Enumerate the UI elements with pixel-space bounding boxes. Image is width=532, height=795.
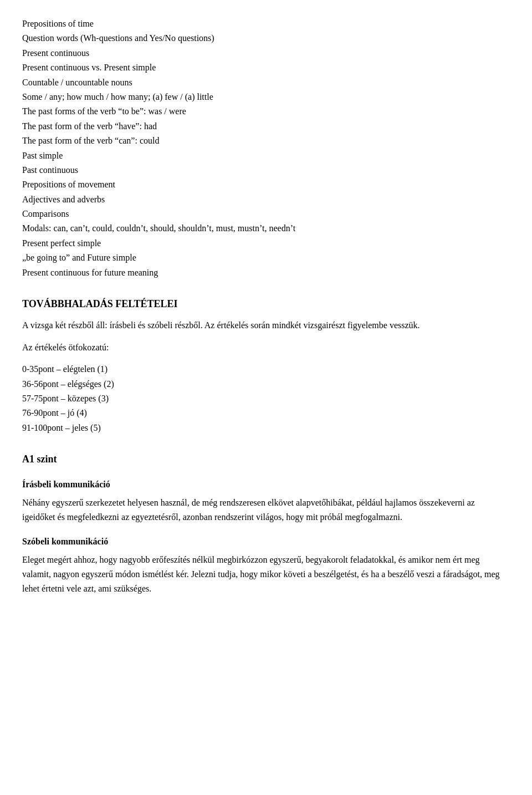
szobeli-text: Eleget megért ahhoz, hogy nagyobb erőfes… xyxy=(22,553,510,595)
szobeli-heading: Szóbeli kommunikáció xyxy=(22,535,510,548)
grammar-list-item: The past form of the verb “have”: had xyxy=(22,119,510,134)
grammar-list-item: Present continuous for future meaning xyxy=(22,266,510,280)
grammar-list-item: Some / any; how much / how many; (a) few… xyxy=(22,90,510,104)
score-item: 36-56pont – elégséges (2) xyxy=(22,377,510,391)
grammar-list-item: The past form of the verb “can”: could xyxy=(22,134,510,148)
grammar-list-item: Prepositions of time xyxy=(22,17,510,31)
grammar-list-item: Prepositions of movement xyxy=(22,177,510,192)
grammar-list-item: Past simple xyxy=(22,149,510,163)
grammar-list: Prepositions of timeQuestion words (Wh-q… xyxy=(22,17,510,280)
irasbeli-subsection: Írásbeli kommunikáció Néhány egyszerű sz… xyxy=(22,478,510,524)
grammar-list-item: Question words (Wh-questions and Yes/No … xyxy=(22,31,510,45)
irasbeli-heading: Írásbeli kommunikáció xyxy=(22,478,510,491)
tovabbi-heading: TOVÁBBHALADÁS FELTÉTELEI xyxy=(22,297,510,312)
tovabbi-para2: Az értékelés ötfokozatú: xyxy=(22,340,510,355)
level-title: A1 szint xyxy=(22,452,510,467)
score-list: 0-35pont – elégtelen (1)36-56pont – elég… xyxy=(22,362,510,435)
tovabbi-para1: A vizsga két részből áll: írásbeli és sz… xyxy=(22,318,510,333)
szobeli-subsection: Szóbeli kommunikáció Eleget megért ahhoz… xyxy=(22,535,510,595)
grammar-list-item: Present continuous vs. Present simple xyxy=(22,60,510,75)
score-item: 91-100pont – jeles (5) xyxy=(22,421,510,435)
tovabbi-section: TOVÁBBHALADÁS FELTÉTELEI A vizsga két ré… xyxy=(22,297,510,435)
grammar-list-item: Past continuous xyxy=(22,163,510,177)
score-item: 0-35pont – elégtelen (1) xyxy=(22,362,510,376)
a1-section: A1 szint Írásbeli kommunikáció Néhány eg… xyxy=(22,452,510,595)
grammar-list-item: Countable / uncountable nouns xyxy=(22,75,510,90)
irasbeli-text: Néhány egyszerű szerkezetet helyesen has… xyxy=(22,496,510,524)
grammar-list-item: Present continuous xyxy=(22,46,510,60)
grammar-list-item: „be going to” and Future simple xyxy=(22,251,510,265)
grammar-list-item: Comparisons xyxy=(22,207,510,221)
grammar-list-item: Adjectives and adverbs xyxy=(22,192,510,207)
grammar-list-item: Modals: can, can’t, could, couldn’t, sho… xyxy=(22,221,510,236)
grammar-list-item: Present perfect simple xyxy=(22,236,510,251)
grammar-list-section: Prepositions of timeQuestion words (Wh-q… xyxy=(22,17,510,280)
score-item: 57-75pont – közepes (3) xyxy=(22,391,510,406)
score-item: 76-90pont – jó (4) xyxy=(22,406,510,420)
grammar-list-item: The past forms of the verb “to be”: was … xyxy=(22,104,510,119)
